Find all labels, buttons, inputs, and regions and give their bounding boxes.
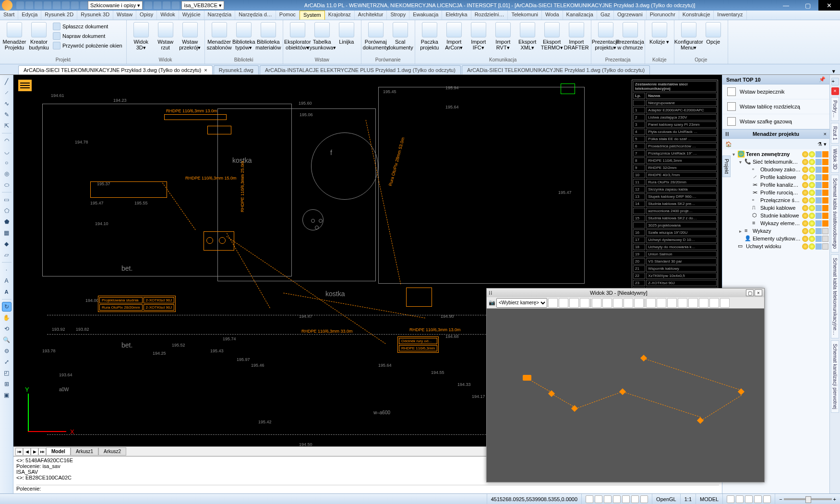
status-model[interactable]: MODEL [696,494,722,504]
view3d-camera-select[interactable]: <Wybierz kamerę> [496,298,547,308]
smart-top-header[interactable]: Smart TOP 10📌 [722,75,829,84]
status-lwt-icon[interactable] [640,495,648,503]
tool-zoom-out-icon[interactable]: ⊖ [2,346,12,356]
layout-next-button[interactable]: ▶ [31,448,38,456]
tool-pan-icon[interactable]: ✋ [2,313,12,323]
napraw-dokument-button[interactable]: Napraw dokument [52,32,123,40]
command-input[interactable] [42,486,719,492]
status-c-icon[interactable] [745,495,753,503]
projmgr-home-icon[interactable]: 🏠 [725,141,732,147]
tab-rysunek2d[interactable]: Rysunek 2D [41,11,77,20]
tool-zoom-win-icon[interactable]: ◰ [2,368,12,378]
konfigurator-menu-button[interactable]: Konfigurator Menu▾ [677,21,700,50]
qat-redo-icon[interactable] [62,1,70,9]
tree-item-7[interactable]: ≡Wykazy elementów profili [731,219,828,227]
tab-ogrzewani[interactable]: Ogrzewani [614,11,647,20]
view3d-b5[interactable] [592,298,601,308]
tree-item-6[interactable]: ⬡Studnie kablowe [731,212,828,219]
tab-telekomuni[interactable]: Telekomuni [508,11,542,20]
tab-wstaw[interactable]: Wstaw [113,11,136,20]
fartab-2[interactable]: Widok 3D [831,145,839,173]
view3d-max-button[interactable]: ▢ [746,289,754,296]
import-arcon-button[interactable]: Import ArCon▾ [443,21,466,50]
tree-item-2[interactable]: ⫘Profile kanalizacji pierwotnej [731,181,828,189]
tool-zoom-ext-icon[interactable]: ⤢ [2,357,12,367]
import-rvt-button[interactable]: Import RVT▾ [492,21,515,50]
tab-wyjscie[interactable]: Wyjście [179,11,204,20]
qat-misc1-icon[interactable] [80,1,88,9]
layout-prev-button[interactable]: ◀ [23,448,31,456]
layout-last-button[interactable]: ⏭ [38,448,46,456]
tree-item-1[interactable]: ⟋Profile kablowe [731,173,828,181]
tool-polyline-icon[interactable]: ⟋ [2,88,12,97]
prezentacja-projektu-button[interactable]: Prezentacja projektu▾ [594,21,617,50]
tab-rysunek3d[interactable]: Rysunek 3D [77,11,113,20]
tool-rect-icon[interactable]: ▭ [2,195,12,204]
tab-woda[interactable]: Woda [542,11,563,20]
view3d-b6[interactable] [602,298,612,308]
paczka-projektu-button[interactable]: Paczka projektu [418,21,441,50]
tool-zoom-in-icon[interactable]: 🔍 [2,335,12,345]
status-a-icon[interactable] [727,495,734,503]
view3d-b13[interactable] [678,298,687,308]
status-zoom-ratio[interactable]: 1:1 [680,494,696,504]
tree-uchwyt[interactable]: ▭Uchwyt widoku [731,242,828,250]
smart-item-bezpiecznik[interactable]: Wstaw bezpiecznik [722,84,829,99]
tool-refresh-icon[interactable]: ↻ [2,302,12,312]
view3d-b15[interactable] [699,298,708,308]
status-ortho-icon[interactable] [604,495,612,503]
close-button[interactable]: ✕ [818,0,840,11]
biblioteka-typow-button[interactable]: Biblioteka typów▾ [232,21,255,50]
maximize-button[interactable]: ▢ [797,0,818,11]
eksport-termo-button[interactable]: Eksport TERMO▾ [540,21,564,50]
status-polar-icon[interactable] [613,495,621,503]
tool-pen-icon[interactable]: ⬟ [2,217,12,227]
tab-widok[interactable]: Widok [157,11,179,20]
view3d-b1[interactable] [548,298,558,308]
eksport-xml-button[interactable]: Eksport XML▾ [516,21,539,50]
project-manager-header[interactable]: ⁞⁞ Menadżer projektu × [722,130,829,139]
qat-print-icon[interactable] [44,1,51,9]
tool-region-icon[interactable]: ▱ [2,250,12,260]
project-sidecap[interactable]: Projekt [722,156,731,177]
tool-arc-icon[interactable]: ◠ [2,136,12,145]
fartab-1[interactable]: Rzut 1 [831,123,839,144]
view3d-b16[interactable] [709,298,719,308]
doctab-2[interactable]: Rysunek1.dwg [214,65,259,74]
tool-dim-icon[interactable]: ⇱ [2,121,12,131]
view3d-cam-icon[interactable]: 📷 [489,300,495,306]
tree-item-3[interactable]: ⫘Profile rurociągu kablowego [731,189,828,196]
qat-window-icon[interactable] [163,1,170,9]
tree-wykazy[interactable]: ▸≡Wykazy [731,227,828,235]
splaszcz-dokument-button[interactable]: Spłaszcz dokument [52,22,123,31]
tool-freehand-icon[interactable]: ✎ [2,110,12,120]
tree-net[interactable]: ▾📞Sieć telekomunikacyjna [731,158,828,166]
tab-krajobraz[interactable]: Krajobraz [325,11,355,20]
menadzer-projektu-button[interactable]: Menadżer Projektu [3,21,26,50]
wstaw-rzut-button[interactable]: Wstaw rzut [154,21,177,50]
tab-rozdzielni[interactable]: Rozdzielni… [471,11,508,20]
qat-open-icon[interactable] [25,1,33,9]
view3d-b14[interactable] [688,298,698,308]
fartab-0[interactable]: Podry… [831,97,839,121]
tab-narzedzia-d[interactable]: Narzędzia d… [235,11,276,20]
status-b-icon[interactable] [736,495,744,503]
fartab-5[interactable]: Schemat kanalizacji pierwotnej [831,340,839,413]
tool-mtext-icon[interactable]: A [2,287,12,297]
tool-frame-icon[interactable]: ▣ [2,390,12,400]
tool-view-icon[interactable]: ⊞ [2,379,12,389]
view3d-b7[interactable] [613,298,623,308]
wstaw-przekroj-button[interactable]: Wstaw przekrój▾ [179,21,202,50]
view3d-b11[interactable] [657,298,666,308]
tab-architektur[interactable]: Architektur [355,11,387,20]
tool-orbit-icon[interactable]: ⟲ [2,324,12,334]
far-tab-plus-icon[interactable]: + [831,78,839,85]
doctab-3[interactable]: ArCADia-INSTALACJE ELEKTRYCZNE PLUS Przy… [260,65,461,74]
opcje-button[interactable]: Opcje [702,21,725,45]
view3d-b2[interactable] [559,298,568,308]
tool-polygon-icon[interactable]: ⬠ [2,206,12,216]
import-drafter-button[interactable]: Import DRAFTER [565,21,588,50]
przywroc-polozenie-okien-button[interactable]: Przywróć położenie okien [52,41,123,50]
tab-edycja[interactable]: Edycja [18,11,41,20]
view3d-b9[interactable] [634,298,644,308]
